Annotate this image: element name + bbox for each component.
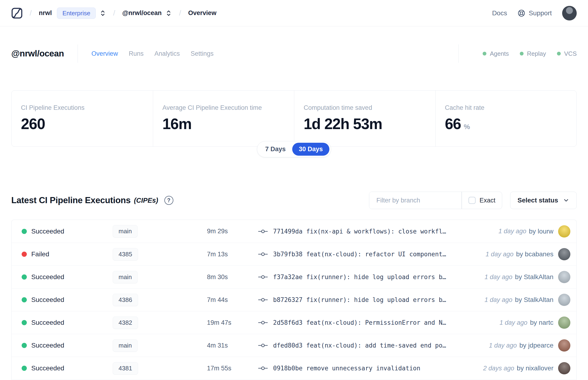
stat-value: 260 <box>21 115 45 133</box>
meta-cell: 1 day ago by bcabanes <box>480 248 570 260</box>
select-status-label: Select status <box>517 197 558 204</box>
status-label: Succeeded <box>29 228 107 235</box>
author-label: by jdpearce <box>519 342 553 349</box>
user-avatar[interactable] <box>562 6 577 20</box>
enterprise-badge[interactable]: Enterprise <box>57 7 96 19</box>
support-link[interactable]: Support <box>517 9 552 17</box>
workspace-title: @nrwl/ocean <box>11 49 64 58</box>
branch-badge: 4386 <box>113 294 138 306</box>
author-avatar <box>558 271 570 283</box>
workspace-tabs: Overview Runs Analytics Settings <box>92 50 214 57</box>
meta-cell: 1 day ago by StalkAltan <box>479 271 570 283</box>
meta-cell: 1 day ago by StalkAltan <box>479 294 570 306</box>
table-row[interactable]: Succeeded main 9m 29s 771499da fix(nx-ap… <box>12 220 576 243</box>
git-commit-icon <box>258 320 268 326</box>
author-avatar <box>558 362 570 374</box>
duration-label: 17m 55s <box>199 365 250 372</box>
branch-cell: 4386 <box>107 294 199 306</box>
table-row[interactable]: Succeeded 4381 17m 55s 0918b0be remove u… <box>12 357 576 380</box>
section-title-suffix: (CIPEs) <box>134 197 158 204</box>
git-commit-icon <box>258 342 268 348</box>
nx-logo[interactable] <box>11 7 23 19</box>
service-agents[interactable]: Agents <box>483 50 509 57</box>
section-title: Latest CI Pipeline Executions <box>11 195 131 205</box>
green-status-dot <box>557 52 561 56</box>
service-replay[interactable]: Replay <box>520 50 546 57</box>
service-vcs[interactable]: VCS <box>557 50 577 57</box>
table-row[interactable]: Succeeded main 4m 31s dfed80d3 feat(nx-c… <box>12 334 576 357</box>
author-avatar <box>558 317 570 329</box>
branch-badge: 4381 <box>113 362 138 375</box>
duration-label: 9m 29s <box>199 228 250 235</box>
stat-unit: % <box>464 123 470 131</box>
commit-message: 0918b0be remove unnecessary invalidation <box>273 365 420 372</box>
commit-cell: dfed80d3 feat(nx-cloud): add time-saved … <box>250 342 483 349</box>
git-commit-icon <box>258 297 268 303</box>
date-range-toggle: 7 Days 30 Days <box>257 141 331 157</box>
status-cell <box>18 320 29 325</box>
table-row[interactable]: Failed 4385 7m 13s 3b79fb38 feat(nx-clou… <box>12 243 576 266</box>
exact-checkbox[interactable] <box>469 197 475 204</box>
cipe-section-header: Latest CI Pipeline Executions (CIPEs) ? … <box>11 191 577 209</box>
status-dot <box>22 297 27 303</box>
help-icon[interactable]: ? <box>164 196 173 205</box>
stat-label: Computation time saved <box>304 104 426 112</box>
breadcrumb-separator: / <box>179 9 181 18</box>
status-label: Succeeded <box>29 364 107 372</box>
branch-badge: 4385 <box>113 248 138 261</box>
status-label: Succeeded <box>29 296 107 304</box>
topbar-actions: Docs Support <box>492 6 577 20</box>
branch-badge: main <box>113 339 138 352</box>
branch-badge: main <box>113 271 138 283</box>
stats-cards: CI Pipeline Executions 260 Average CI Pi… <box>11 90 577 147</box>
chevron-down-icon <box>563 197 569 204</box>
status-dot <box>22 343 27 348</box>
commit-cell: 771499da fix(nx-api & workflows): close … <box>250 228 493 235</box>
range-option-30-days[interactable]: 30 Days <box>292 143 329 156</box>
tab-runs[interactable]: Runs <box>129 50 143 57</box>
docs-link[interactable]: Docs <box>492 9 507 17</box>
duration-label: 8m 30s <box>199 273 250 281</box>
branch-filter-input[interactable] <box>369 192 461 209</box>
stat-card-average-execution-time: Average CI Pipeline Execution time 16m <box>153 91 294 147</box>
table-row[interactable]: Succeeded main 8m 30s f37a32ae fix(runne… <box>12 266 576 288</box>
breadcrumb-org[interactable]: nrwl <box>39 9 52 17</box>
stat-card-computation-time-saved: Computation time saved 1d 22h 53m <box>294 91 435 147</box>
divider <box>458 44 459 63</box>
branch-filter-group: Exact <box>369 192 502 209</box>
tab-analytics[interactable]: Analytics <box>154 50 180 57</box>
exact-label: Exact <box>480 197 495 204</box>
time-ago-label: 2 days ago <box>483 365 514 372</box>
status-cell <box>18 297 29 303</box>
table-row[interactable]: Succeeded 4382 19m 47s 2d58f6d3 feat(nx-… <box>12 311 576 334</box>
commit-cell: 3b79fb38 feat(nx-cloud): refactor UI com… <box>250 251 480 258</box>
breadcrumb: / nrwl Enterprise / @nrwl/ocean / Overvi… <box>23 7 216 19</box>
org-switcher-icon[interactable] <box>99 10 106 17</box>
exact-match-toggle: Exact <box>462 197 502 204</box>
meta-cell: 1 day ago by jdpearce <box>483 339 570 352</box>
tab-settings[interactable]: Settings <box>190 50 214 57</box>
time-ago-label: 1 day ago <box>500 319 528 326</box>
table-row[interactable]: Succeeded 4386 7m 44s b8726327 fix(runne… <box>12 288 576 311</box>
support-label: Support <box>529 9 552 17</box>
status-label: Succeeded <box>29 273 107 281</box>
select-status-dropdown[interactable]: Select status <box>510 192 577 209</box>
green-status-dot <box>520 52 524 56</box>
author-avatar <box>558 225 570 237</box>
stat-value: 16m <box>163 115 192 133</box>
range-option-7-days[interactable]: 7 Days <box>259 143 292 156</box>
stat-value: 66 <box>445 115 461 133</box>
status-cell <box>18 229 29 234</box>
stat-label: Average CI Pipeline Execution time <box>163 104 285 112</box>
time-ago-label: 1 day ago <box>485 296 512 304</box>
author-avatar <box>558 248 570 260</box>
divider <box>78 44 78 63</box>
workspace-switcher-icon[interactable] <box>165 10 172 17</box>
service-label: Agents <box>490 50 509 57</box>
commit-message: b8726327 fix(runner): hide log upload er… <box>273 296 446 303</box>
status-dot <box>22 366 27 371</box>
breadcrumb-workspace[interactable]: @nrwl/ocean <box>122 9 162 17</box>
author-label: by lourw <box>529 228 553 235</box>
tab-overview[interactable]: Overview <box>92 50 118 57</box>
status-cell <box>18 343 29 348</box>
